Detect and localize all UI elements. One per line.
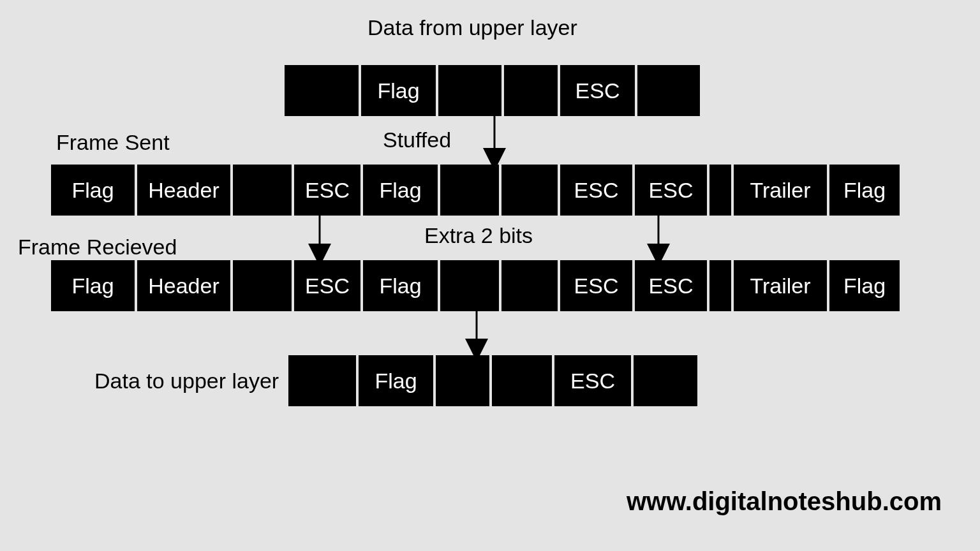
- frame-cell: [233, 260, 292, 311]
- frame-cell: Flag: [51, 165, 135, 216]
- frame-cell: [501, 165, 558, 216]
- frame-cell: Header: [137, 260, 230, 311]
- frame-cell: [709, 165, 731, 216]
- frame-cell: ESC: [560, 65, 635, 116]
- frame-cell: Flag: [829, 260, 900, 311]
- frame-cell: ESC: [554, 355, 631, 406]
- label-frame-sent: Frame Sent: [56, 130, 170, 155]
- frame-cell: Trailer: [734, 260, 827, 311]
- frame-cell: [440, 260, 499, 311]
- frame-cell: Flag: [361, 65, 436, 116]
- frame-cell: [637, 65, 700, 116]
- frame-cell: ESC: [560, 260, 632, 311]
- frame-cell: [438, 65, 501, 116]
- frame-cell: ESC: [635, 260, 707, 311]
- frame-cell: ESC: [635, 165, 707, 216]
- row-frame-received: FlagHeaderESCFlagESCESCTrailerFlag: [51, 260, 900, 311]
- frame-cell: [501, 260, 558, 311]
- frame-cell: [492, 355, 552, 406]
- footer-watermark: www.digitalnoteshub.com: [627, 487, 942, 516]
- frame-cell: [504, 65, 558, 116]
- title-data-from-upper: Data from upper layer: [368, 15, 577, 40]
- row-upper-data: FlagESC: [285, 65, 700, 116]
- frame-cell: [288, 355, 356, 406]
- frame-cell: ESC: [294, 165, 360, 216]
- frame-cell: Flag: [51, 260, 135, 311]
- frame-cell: Flag: [363, 165, 438, 216]
- frame-cell: [709, 260, 731, 311]
- diagram-stage: Data from upper layer FlagESC Frame Sent…: [0, 0, 980, 551]
- label-stuffed: Stuffed: [383, 128, 451, 152]
- frame-cell: ESC: [294, 260, 360, 311]
- frame-cell: Flag: [359, 355, 433, 406]
- frame-cell: Header: [137, 165, 230, 216]
- label-extra-bits: Extra 2 bits: [424, 223, 533, 248]
- frame-cell: [436, 355, 489, 406]
- frame-cell: Flag: [363, 260, 438, 311]
- row-data-to-upper: FlagESC: [288, 355, 697, 406]
- frame-cell: [634, 355, 697, 406]
- frame-cell: [233, 165, 292, 216]
- frame-cell: ESC: [560, 165, 632, 216]
- frame-cell: [440, 165, 499, 216]
- frame-cell: Flag: [829, 165, 900, 216]
- frame-cell: [285, 65, 359, 116]
- frame-cell: Trailer: [734, 165, 827, 216]
- label-frame-received: Frame Recieved: [18, 235, 177, 260]
- label-data-to-upper: Data to upper layer: [94, 369, 279, 393]
- row-frame-sent: FlagHeaderESCFlagESCESCTrailerFlag: [51, 165, 900, 216]
